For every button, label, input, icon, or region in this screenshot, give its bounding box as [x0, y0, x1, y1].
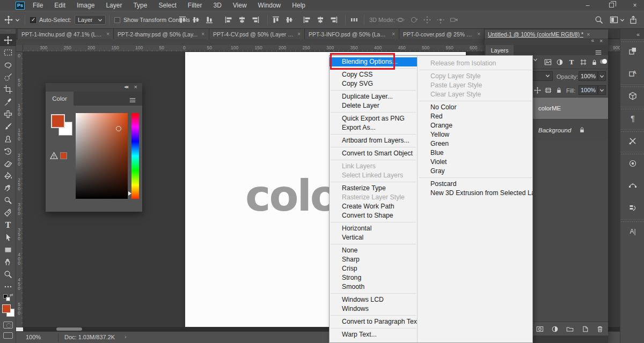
- chevron-down-icon[interactable]: [620, 18, 625, 22]
- distribute-left-edges-icon[interactable]: [303, 16, 311, 24]
- menu-item-none[interactable]: None: [330, 246, 417, 255]
- hand-tool[interactable]: [0, 256, 16, 268]
- 3d-orbit-icon[interactable]: [396, 16, 405, 24]
- auto-select-checkbox[interactable]: [30, 17, 36, 23]
- opacity-value[interactable]: 100%: [579, 71, 598, 81]
- show-transform-checkbox[interactable]: [114, 17, 120, 23]
- menu-item-quick-export-as-png[interactable]: Quick Export as PNG: [330, 114, 417, 123]
- menu-item-smooth[interactable]: Smooth: [330, 282, 417, 292]
- eyedropper-tool[interactable]: [0, 95, 16, 108]
- menu-item-red[interactable]: Red: [418, 112, 533, 121]
- frame-layer-filter-icon[interactable]: [579, 58, 588, 66]
- delete-layer-icon[interactable]: [596, 325, 604, 333]
- gamut-warning[interactable]: [50, 152, 67, 160]
- menu-item-convert-to-paragraph-text[interactable]: Convert to Paragraph Text: [330, 317, 417, 326]
- menu-item-convert-to-smart-object[interactable]: Convert to Smart Object: [330, 149, 417, 158]
- lasso-tool[interactable]: [0, 58, 16, 71]
- search-icon[interactable]: [595, 16, 603, 24]
- tab-close-icon[interactable]: ×: [106, 31, 109, 37]
- swap-swatches-icon[interactable]: ⇄: [10, 293, 13, 297]
- adjustment-layer-filter-icon[interactable]: [555, 58, 564, 66]
- status-chevron-icon[interactable]: ›: [125, 333, 127, 340]
- dock-panel-paragraph[interactable]: ¶: [620, 107, 644, 129]
- distribute-right-edges-icon[interactable]: [330, 16, 338, 24]
- close-button[interactable]: ×: [630, 2, 640, 9]
- new-layer-icon[interactable]: [581, 325, 589, 333]
- vertical-ruler[interactable]: 050100150200250300350400450500550: [16, 52, 23, 340]
- tab-close-icon[interactable]: ×: [477, 31, 480, 37]
- dock-panel-character-styles[interactable]: A: [620, 62, 644, 84]
- menu-item-create-work-path[interactable]: Create Work Path: [330, 202, 417, 211]
- document-tab[interactable]: PPT-3-INFO.psd @ 50% (Layer...×: [305, 29, 399, 39]
- menu-item-gray[interactable]: Gray: [418, 167, 533, 176]
- align-left-edges-icon[interactable]: [224, 16, 233, 24]
- menu-item-blue[interactable]: Blue: [418, 148, 533, 158]
- menu-item-windows[interactable]: Windows: [330, 304, 417, 314]
- smart-object-filter-icon[interactable]: [590, 58, 598, 66]
- menu-filter[interactable]: Filter: [188, 2, 202, 9]
- menu-item-delete-layer[interactable]: Delete Layer: [330, 101, 417, 110]
- menu-item-postcard[interactable]: Postcard: [418, 180, 533, 189]
- dock-panel-3d[interactable]: [620, 84, 644, 107]
- dock-panel-actions[interactable]: [620, 197, 644, 219]
- menu-item-horizontal[interactable]: Horizontal: [330, 224, 417, 233]
- paint-bucket-tool[interactable]: [0, 169, 16, 182]
- saturation-brightness-field[interactable]: [76, 113, 128, 199]
- menu-view[interactable]: View: [233, 2, 247, 9]
- menu-item-copy-css[interactable]: Copy CSS: [330, 70, 417, 79]
- opacity-dropdown[interactable]: [598, 71, 606, 81]
- menu-item-duplicate-layer[interactable]: Duplicate Layer...: [330, 92, 417, 101]
- minimize-button[interactable]: –: [583, 2, 592, 9]
- lock-artboard-icon[interactable]: [544, 86, 552, 94]
- distribute-vertical-centers-icon[interactable]: [285, 16, 294, 24]
- document-tab[interactable]: PPT-4-CV.psd @ 50% (Layer 1,...×: [209, 29, 305, 39]
- spot-healing-brush-tool[interactable]: [0, 108, 16, 120]
- path-selection-tool[interactable]: [0, 231, 16, 243]
- dock-panel-glyphs[interactable]: A|: [620, 219, 644, 242]
- menu-item-crisp[interactable]: Crisp: [330, 264, 417, 273]
- document-tab[interactable]: PPT-2-thamy.psd @ 50% (Lay...×: [114, 29, 209, 39]
- menu-item-copy-svg[interactable]: Copy SVG: [330, 79, 417, 88]
- dock-panel-paths[interactable]: [620, 174, 644, 197]
- zoom-level[interactable]: 100%: [26, 334, 41, 340]
- filter-kind-dropdown[interactable]: [533, 58, 538, 62]
- chevron-down-icon[interactable]: [15, 18, 20, 22]
- menu-help[interactable]: Help: [292, 2, 305, 9]
- menu-item-new-3d-extrusion-from-selected-layer[interactable]: New 3D Extrusion from Selected Layer: [418, 189, 533, 198]
- color-picker-marker[interactable]: [116, 126, 121, 131]
- filter-toggle[interactable]: [600, 59, 607, 64]
- rectangular-marquee-tool[interactable]: [0, 46, 16, 58]
- menu-item-rasterize-type[interactable]: Rasterize Type: [330, 184, 417, 193]
- fill-value[interactable]: 100%: [579, 85, 598, 95]
- dock-panel-layer-styles[interactable]: [620, 39, 644, 62]
- smudge-tool[interactable]: [0, 182, 16, 194]
- align-top-edges-icon[interactable]: [178, 16, 187, 24]
- scrollbar-thumb[interactable]: [56, 327, 82, 331]
- auto-select-target-dropdown[interactable]: Layer: [75, 15, 106, 25]
- distribute-top-edges-icon[interactable]: [272, 16, 280, 24]
- restore-button[interactable]: [606, 2, 616, 9]
- 3d-roll-icon[interactable]: [409, 16, 418, 24]
- dodge-tool[interactable]: [0, 194, 16, 206]
- move-tool-icon[interactable]: [4, 16, 13, 24]
- hue-slider-arrow[interactable]: [128, 191, 131, 196]
- brush-tool[interactable]: [0, 120, 16, 132]
- close-panel-icon[interactable]: ×: [599, 38, 603, 44]
- menu-item-green[interactable]: Green: [418, 139, 533, 148]
- document-tab-untitled[interactable]: Untitled-1 @ 100% (colorME RGB/8) * ×: [485, 29, 608, 39]
- default-swatches-icon[interactable]: ⇄: [2, 294, 14, 302]
- align-bottom-edges-icon[interactable]: [205, 16, 214, 24]
- move-tool[interactable]: [0, 34, 16, 46]
- 3d-pan-icon[interactable]: [423, 16, 431, 24]
- foreground-color-swatch[interactable]: [2, 304, 11, 313]
- distribute-horizontal-centers-icon[interactable]: [316, 16, 325, 24]
- menu-item-orange[interactable]: Orange: [418, 121, 533, 130]
- menu-select[interactable]: Select: [158, 2, 176, 9]
- menu-item-sharp[interactable]: Sharp: [330, 255, 417, 264]
- new-group-icon[interactable]: [566, 325, 574, 333]
- tab-close-icon[interactable]: ×: [297, 31, 301, 37]
- dock-panel-tool-presets[interactable]: [620, 129, 644, 152]
- menu-layer[interactable]: Layer: [106, 2, 122, 9]
- align-right-edges-icon[interactable]: [251, 16, 260, 24]
- menu-item-violet[interactable]: Violet: [418, 158, 533, 167]
